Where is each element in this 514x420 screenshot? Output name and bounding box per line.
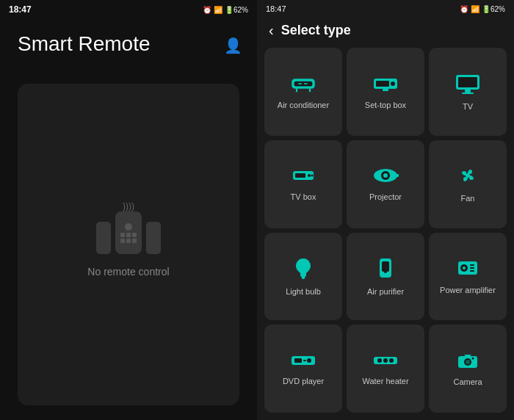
remote-signal-icon: )))) <box>123 201 134 211</box>
svg-point-17 <box>311 175 314 177</box>
svg-point-8 <box>391 82 395 86</box>
svg-rect-21 <box>394 174 399 177</box>
profile-icon-area[interactable]: 👤 <box>224 37 242 54</box>
camera-icon <box>457 352 479 372</box>
right-battery-icon: 🔋62% <box>482 5 505 13</box>
svg-point-44 <box>466 360 470 364</box>
device-item-camera[interactable]: Camera <box>429 325 507 413</box>
alarm-icon: ⏰ <box>203 6 211 14</box>
right-panel: 18:47 ⏰ 📶 🔋62% ‹ Select type Air conditi… <box>257 0 514 420</box>
device-item-tv-box[interactable]: TV box <box>264 140 342 228</box>
svg-rect-12 <box>465 90 471 93</box>
svg-rect-26 <box>382 261 389 272</box>
tv-box-icon <box>290 167 316 187</box>
svg-point-40 <box>383 358 388 363</box>
app-title: Smart Remote <box>18 32 239 56</box>
tv-label: TV <box>463 101 473 112</box>
svg-rect-33 <box>470 270 474 272</box>
svg-rect-37 <box>303 360 306 361</box>
water-heater-label: Water heater <box>362 376 408 386</box>
device-item-fan[interactable]: Fan <box>429 140 507 228</box>
device-item-power-amplifier[interactable]: Power amplifier <box>429 233 507 321</box>
back-button[interactable]: ‹ <box>269 22 274 39</box>
tv-icon <box>455 73 481 97</box>
svg-point-30 <box>463 267 466 269</box>
svg-rect-7 <box>376 81 389 87</box>
right-header: ‹ Select type <box>257 16 514 48</box>
device-item-light-bulb[interactable]: Light bulb <box>264 233 342 321</box>
set-top-box-icon <box>372 75 399 95</box>
projector-icon <box>372 167 399 187</box>
svg-point-27 <box>384 270 387 273</box>
water-heater-icon <box>372 352 399 372</box>
right-wifi-icon: 📶 <box>471 5 479 13</box>
svg-rect-11 <box>458 77 477 87</box>
profile-icon[interactable]: 👤 <box>224 37 242 54</box>
left-panel: 18:47 ⏰ 📶 🔋62% Smart Remote 👤 )))) <box>0 0 257 420</box>
remote-box: )))) No remote control <box>18 84 239 405</box>
svg-point-16 <box>308 174 311 177</box>
remote-side-left <box>96 222 111 254</box>
set-top-box-label: Set-top box <box>365 100 406 110</box>
svg-rect-23 <box>301 276 305 278</box>
remote-side-right <box>146 222 161 254</box>
device-item-water-heater[interactable]: Water heater <box>347 325 424 413</box>
device-item-set-top-box[interactable]: Set-top box <box>347 48 424 136</box>
left-content: Smart Remote 👤 )))) <box>0 18 257 420</box>
dvd-player-icon <box>290 352 316 372</box>
power-amplifier-label: Power amplifier <box>440 285 496 295</box>
svg-rect-13 <box>462 93 474 94</box>
air-conditioner-label: Air conditioner <box>278 100 329 110</box>
svg-rect-1 <box>294 81 313 86</box>
device-item-air-conditioner[interactable]: Air conditioner <box>264 48 342 136</box>
device-grid: Air conditionerSet-top boxTVTV boxProjec… <box>257 48 514 420</box>
svg-rect-31 <box>470 264 474 266</box>
svg-rect-15 <box>295 173 305 178</box>
svg-point-39 <box>377 358 382 363</box>
right-alarm-icon: ⏰ <box>460 5 468 13</box>
no-remote-label: No remote control <box>87 266 169 278</box>
air-conditioner-icon <box>290 75 316 95</box>
left-status-icons: ⏰ 📶 🔋62% <box>203 6 248 14</box>
dvd-player-label: DVD player <box>283 376 324 386</box>
svg-point-20 <box>383 173 388 178</box>
light-bulb-label: Light bulb <box>286 286 321 297</box>
svg-rect-32 <box>470 267 474 269</box>
svg-rect-24 <box>302 278 305 279</box>
remote-body: )))) <box>115 211 142 254</box>
right-time: 18:47 <box>266 4 286 13</box>
right-status-bar: 18:47 ⏰ 📶 🔋62% <box>257 0 514 16</box>
device-item-air-purifier[interactable]: Air purifier <box>347 233 424 321</box>
wifi-icon: 📶 <box>214 6 222 14</box>
svg-point-41 <box>389 358 394 363</box>
power-amplifier-icon <box>457 258 479 280</box>
remote-button-top <box>125 223 132 231</box>
svg-rect-9 <box>383 89 388 91</box>
remote-illustration: )))) <box>96 211 161 254</box>
select-type-title: Select type <box>281 23 351 38</box>
projector-label: Projector <box>369 192 402 202</box>
air-purifier-icon <box>376 257 395 282</box>
air-purifier-label: Air purifier <box>367 286 404 297</box>
left-time: 18:47 <box>9 4 32 15</box>
device-item-tv[interactable]: TV <box>429 48 507 136</box>
svg-rect-35 <box>294 358 302 363</box>
device-item-dvd-player[interactable]: DVD player <box>264 325 342 413</box>
svg-point-45 <box>472 357 474 359</box>
remote-buttons-grid <box>120 233 137 243</box>
device-item-projector[interactable]: Projector <box>347 140 424 228</box>
light-bulb-icon <box>294 257 312 282</box>
fan-icon <box>457 165 478 189</box>
battery-icon: 🔋62% <box>225 6 248 14</box>
camera-label: Camera <box>453 377 482 387</box>
tv-box-label: TV box <box>291 192 316 202</box>
left-status-bar: 18:47 ⏰ 📶 🔋62% <box>0 0 257 18</box>
right-status-icons: ⏰ 📶 🔋62% <box>460 5 505 13</box>
fan-label: Fan <box>461 193 475 203</box>
svg-point-36 <box>307 358 311 363</box>
